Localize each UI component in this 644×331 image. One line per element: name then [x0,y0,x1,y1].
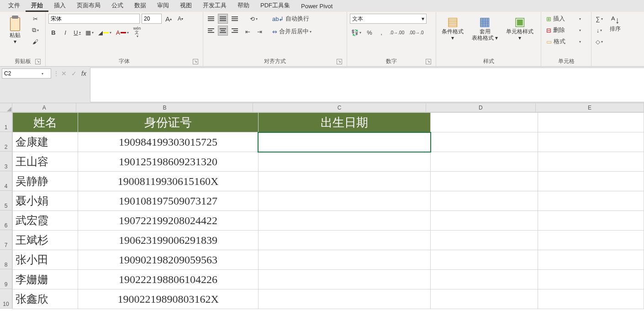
font-size-input[interactable] [142,14,162,24]
cut-button[interactable]: ✂ [30,14,40,24]
cell-C5[interactable] [258,191,430,211]
underline-button[interactable]: U▾ [72,27,82,37]
cell-A9[interactable]: 李姗姗 [13,270,78,289]
cell-E5[interactable] [538,191,644,211]
menu-tab-formulas[interactable]: 公式 [106,0,129,12]
merge-center-button[interactable]: ⇔ 合并后居中▾ [270,26,329,37]
row-header-5[interactable]: 5 [0,191,12,210]
menu-tab-home[interactable]: 开始 [26,0,48,12]
cell-D6[interactable] [431,211,538,231]
cell-D5[interactable] [431,191,538,211]
cell-E7[interactable] [538,231,644,250]
align-bottom-button[interactable] [230,14,240,24]
cell-E4[interactable] [538,172,644,191]
row-header-1[interactable]: 1 [0,112,12,132]
cell-E10[interactable] [538,289,644,309]
fill-color-button[interactable]: ◢▾ [97,27,113,37]
clear-button[interactable]: ◇▾ [594,37,604,47]
comma-button[interactable]: , [376,27,386,37]
cell-D1[interactable] [431,113,538,132]
menu-tab-review[interactable]: 审阅 [152,0,174,12]
cell-D2[interactable] [431,132,538,152]
cell-B5[interactable]: 190108197509073127 [78,191,259,211]
autosum-button[interactable]: ∑▾ [594,14,604,24]
name-box-dropdown[interactable]: ▾ [39,72,46,76]
cell-E1[interactable] [538,113,644,132]
format-painter-button[interactable]: 🖌 [30,37,40,47]
confirm-edit-button[interactable]: ✓ [71,70,77,77]
cell-E9[interactable] [538,270,644,289]
cell-C6[interactable] [258,211,430,231]
row-header-2[interactable]: 2 [0,132,12,152]
conditional-format-button[interactable]: ▤ 条件格式▾ [439,14,466,43]
italic-button[interactable]: I [60,27,70,37]
row-header-10[interactable]: 10 [0,289,12,309]
copy-button[interactable]: ⧉▾ [30,25,40,35]
wrap-text-button[interactable]: ab↲ 自动换行 [270,14,320,24]
cell-A6[interactable]: 武宏霞 [13,211,78,231]
menu-tab-data[interactable]: 数据 [129,0,152,12]
orientation-button[interactable]: ⟲▾ [243,14,264,24]
paste-button[interactable]: 粘贴▾ [3,14,27,47]
align-center-button[interactable] [218,26,228,36]
format-cells-button[interactable]: ▭格式▾ [544,37,583,47]
name-box[interactable]: ▾ [2,68,51,79]
cell-B2[interactable]: 190984199303015725 [78,132,259,152]
number-launcher[interactable]: ↘ [426,59,431,64]
decrease-font-button[interactable]: A▾ [175,14,185,24]
col-header-A[interactable]: A [12,103,76,112]
cell-C3[interactable] [258,152,430,172]
cell-B1[interactable]: 身份证号 [78,113,259,132]
sort-filter-button[interactable]: ᴬ↓ 排序 [607,14,623,34]
table-format-button[interactable]: ▦ 套用 表格格式 ▾ [469,14,501,43]
cell-B4[interactable]: 19008119930615160X [78,172,259,191]
menu-tab-powerpivot[interactable]: Power Pivot [296,1,338,12]
fx-button[interactable]: fx [81,70,86,77]
menu-tab-pdf[interactable]: PDF工具集 [255,0,296,12]
cell-E3[interactable] [538,152,644,172]
cell-D8[interactable] [431,250,538,270]
row-header-4[interactable]: 4 [0,171,12,191]
cell-D3[interactable] [431,152,538,172]
cell-A5[interactable]: 聂小娟 [13,191,78,211]
menu-tab-view[interactable]: 视图 [174,0,197,12]
cell-B3[interactable]: 190125198609231320 [78,152,259,172]
font-color-button[interactable]: A▾ [115,27,130,37]
increase-decimal-button[interactable]: .0→.00 [388,27,406,37]
cell-A8[interactable]: 张小田 [13,250,78,270]
cell-C10[interactable] [258,289,430,309]
delete-cells-button[interactable]: ⊟删除▾ [544,25,583,35]
increase-indent-button[interactable]: ⇥ [254,26,264,37]
row-header-3[interactable]: 3 [0,152,12,171]
cell-A10[interactable]: 张鑫欣 [13,289,78,309]
col-header-C[interactable]: C [253,103,426,112]
menu-tab-developer[interactable]: 开发工具 [197,0,232,12]
row-header-9[interactable]: 9 [0,269,12,289]
align-middle-button[interactable] [218,14,228,24]
percent-button[interactable]: % [364,27,375,37]
increase-font-button[interactable]: A▴ [164,14,174,24]
font-name-input[interactable] [48,14,140,24]
cell-D7[interactable] [431,231,538,250]
cell-A7[interactable]: 王斌杉 [13,231,78,250]
cell-A3[interactable]: 王山容 [13,152,78,172]
cell-B10[interactable]: 19002219890803162X [78,289,259,309]
align-right-button[interactable] [230,26,240,36]
name-box-input[interactable] [2,70,39,77]
menu-tab-file[interactable]: 文件 [3,0,26,12]
font-launcher[interactable]: ↘ [193,59,198,64]
cell-C7[interactable] [258,231,430,250]
cell-D9[interactable] [431,270,538,289]
cell-styles-button[interactable]: ▣ 单元格样式▾ [503,14,536,43]
menu-tab-pagelayout[interactable]: 页面布局 [71,0,106,12]
bold-button[interactable]: B [48,27,58,37]
accounting-format-button[interactable]: 💱▾ [350,27,363,37]
align-launcher[interactable]: ↘ [337,59,342,64]
cell-C8[interactable] [258,250,430,270]
cell-B6[interactable]: 190722199208024422 [78,211,259,231]
row-header-6[interactable]: 6 [0,210,12,230]
cell-A4[interactable]: 吴静静 [13,172,78,191]
border-button[interactable]: ▦▾ [84,27,95,37]
insert-cells-button[interactable]: ⊞插入▾ [544,14,583,24]
cell-E8[interactable] [538,250,644,270]
